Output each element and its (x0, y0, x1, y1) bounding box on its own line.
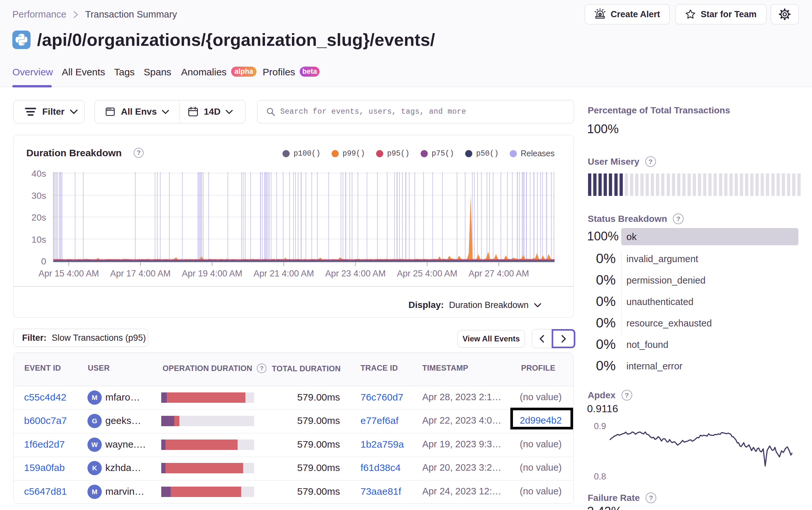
svg-text:Apr 17 4:00 AM: Apr 17 4:00 AM (110, 269, 171, 278)
svg-text:0: 0 (41, 256, 46, 266)
svg-text:Apr 21 4:00 AM: Apr 21 4:00 AM (254, 269, 314, 278)
svg-text:Apr 15 4:00 AM: Apr 15 4:00 AM (38, 269, 99, 278)
svg-text:Apr 23 4:00 AM: Apr 23 4:00 AM (325, 269, 385, 278)
svg-text:10s: 10s (32, 235, 46, 245)
svg-text:Apr 25 4:00 AM: Apr 25 4:00 AM (397, 269, 457, 278)
svg-text:40s: 40s (32, 169, 46, 179)
svg-text:30s: 30s (32, 191, 46, 201)
svg-text:Apr 27 4:00 AM: Apr 27 4:00 AM (468, 269, 529, 278)
svg-text:20s: 20s (32, 212, 46, 222)
svg-text:Apr 19 4:00 AM: Apr 19 4:00 AM (182, 269, 242, 278)
